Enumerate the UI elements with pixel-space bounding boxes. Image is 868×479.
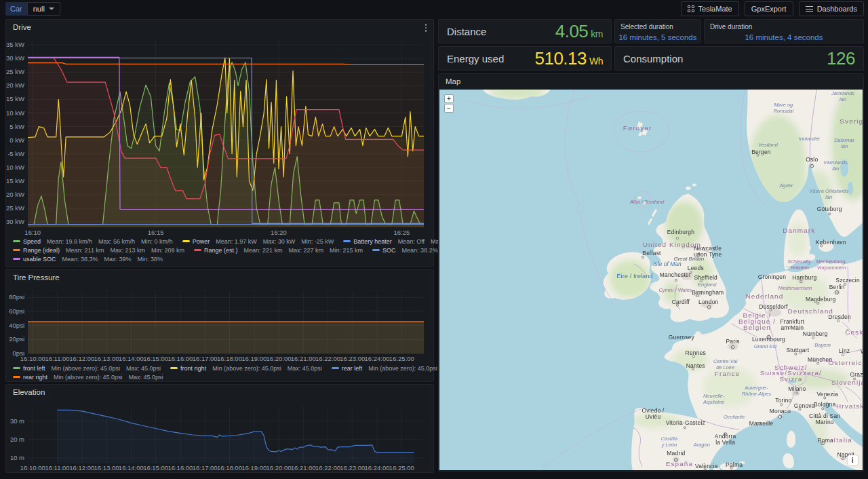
x-axis-tick-label: 16:21:00 <box>291 464 316 472</box>
tire-pressure-chart[interactable]: 0psi20psi40psi60psi80psi16:10:0016:11:00… <box>6 285 435 366</box>
panel-distance: Distance 4.05km <box>438 19 612 43</box>
legend-item-front-right[interactable]: front rightMin (above zero): 45.0psiMax:… <box>170 365 322 372</box>
map-label-frankfurt: Frankfurtam Main <box>780 318 804 331</box>
y-axis-tick-label: -10 kW <box>6 164 24 171</box>
variable-car: Car null <box>5 2 60 16</box>
y-axis-tick-label: -15 kW <box>6 177 24 185</box>
gpxexport-button-label: GpxExport <box>751 5 787 13</box>
series-fill-elevation <box>58 410 414 463</box>
map-label--esko: Česko <box>845 328 863 336</box>
apps-icon <box>688 5 694 12</box>
x-axis-tick-label: 16:24:00 <box>365 464 390 472</box>
energy-used-unit: Wh <box>589 56 603 66</box>
panel-menu-icon[interactable] <box>422 23 429 33</box>
map-label-united-kingdom: United Kingdom <box>643 241 701 248</box>
legend-item-usable-soc[interactable]: usable SOCMean: 38.3%Max: 39%Min: 38% <box>13 256 163 263</box>
x-axis-tick-label: 16:16:00 <box>167 464 193 472</box>
x-axis-tick-label: 16:17:00 <box>193 464 218 472</box>
map-zoom-in-button[interactable]: + <box>444 94 454 103</box>
x-axis-tick-label: 16:20:00 <box>266 464 291 472</box>
map-label-cardiff: Cardiff <box>672 299 690 305</box>
map-label-belfast: Belfast <box>642 250 661 256</box>
panel-drive-duration: Drive duration 16 minutes, 4 seconds <box>704 19 864 43</box>
legend-item-range-ideal-[interactable]: Range (ideal)Mean: 211 kmMax: 213 kmMin:… <box>13 247 184 254</box>
map-label-london: London <box>698 299 719 305</box>
panel-tire-pressure: Tire Pressure 0psi20psi40psi60psi80psi16… <box>5 269 434 382</box>
map-label-birmingham: Birmingham <box>692 289 724 296</box>
legend-item-speed[interactable]: SpeedMean: 19.8 km/hMax: 56 km/hMin: 0 k… <box>13 238 173 245</box>
map-label-slovenija: Slovenija <box>831 379 863 386</box>
y-axis-tick-label: 60psi <box>9 307 24 315</box>
map-label--sterreich: Österreich <box>829 359 863 366</box>
x-axis-tick-label: 16:15:00 <box>143 464 168 472</box>
y-axis-tick-label: 40psi <box>9 322 24 329</box>
x-axis-tick-label: 16:12:00 <box>69 464 94 472</box>
legend-item-range-est-[interactable]: Range (est.)Mean: 221 kmMax: 227 kmMin: … <box>194 247 363 254</box>
map-label-niedersachsen: Niedersachsen <box>778 285 812 291</box>
map-label-f-royar: Føroyar <box>623 124 652 132</box>
map-label-szczecin: Szczecin <box>835 277 860 284</box>
x-axis-tick-label: 16:10:00 <box>20 464 45 472</box>
dashboards-button[interactable]: Dashboards <box>799 1 864 16</box>
x-axis-tick-label: 16:16:00 <box>167 355 193 362</box>
dashboards-button-label: Dashboards <box>817 5 857 13</box>
map-label-vestland: Vestland <box>758 142 778 148</box>
consumption-value: 126 <box>827 48 855 69</box>
map-label-deutschland: Deutschland <box>788 307 833 315</box>
legend-series-color <box>182 240 190 242</box>
gpxexport-button[interactable]: GpxExport <box>745 1 793 16</box>
legend-series-stat: Mean: 221 km <box>244 247 283 254</box>
legend-series-name: Speed <box>23 238 41 245</box>
map-city-dot <box>732 347 734 348</box>
top-nav: Car null TeslaMate GpxExport Dashboards <box>0 0 868 18</box>
legend-series-stat: Min (above zero): 45.0psi <box>52 365 121 372</box>
map-zoom-out-button[interactable]: − <box>444 104 454 113</box>
legend-item-rear-right[interactable]: rear rightMin (above zero): 45.0psiMax: … <box>13 374 163 381</box>
drive-chart[interactable]: 35 kW30 kW25 kW20 kW15 kW10 kW5 kW0 kW-5… <box>6 35 435 240</box>
y-axis-tick-label: -30 kW <box>6 218 24 225</box>
map-label-nouvelle-: Nouvelle-Aquitaine <box>703 393 725 405</box>
x-axis-tick-label: 16:15 <box>148 229 164 236</box>
panel-drive: Drive 35 kW30 kW25 kW20 kW15 kW10 kW5 kW… <box>5 19 434 267</box>
selected-duration-value: 16 minutes, 5 seconds <box>615 33 701 41</box>
selected-duration-label: Selected duration <box>620 23 673 31</box>
y-axis-tick-label: 5 kW <box>9 123 24 130</box>
map-label-genova: Genova <box>794 402 815 409</box>
x-axis-tick-label: 16:23:00 <box>340 355 365 362</box>
distance-value: 4.05km <box>555 21 603 42</box>
legend-series-name: SOC <box>382 247 396 254</box>
legend-series-name: Battery heater <box>353 238 392 245</box>
y-axis-tick-label: 0 kW <box>9 136 24 144</box>
drive-chart-svg[interactable]: 35 kW30 kW25 kW20 kW15 kW10 kW5 kW0 kW-5… <box>6 35 435 237</box>
map-canvas[interactable]: FøroyarAlba / ScotlandEdinburghUnited Ki… <box>439 90 863 470</box>
elevation-chart[interactable]: 10 m20 m30 m16:10:0016:11:0016:12:0016:1… <box>6 400 435 474</box>
legend-series-color <box>343 240 351 242</box>
teslamate-button[interactable]: TeslaMate <box>681 1 739 16</box>
map-svg[interactable]: FøroyarAlba / ScotlandEdinburghUnited Ki… <box>439 90 863 470</box>
legend-series-stat: Max: 45.0psi <box>126 365 161 372</box>
map-city-dot <box>675 279 677 281</box>
map-label-d-sseldorf: Düsseldorf <box>759 303 788 310</box>
map-label-arag-n: Aragón <box>693 442 710 448</box>
legend-series-stat: Mean: 1.97 kW <box>216 238 257 245</box>
x-axis-tick-label: 16:23:00 <box>340 464 365 472</box>
legend-series-stat: Min: 215 km <box>330 247 363 254</box>
map-label-stuttgart: Stuttgart <box>786 347 809 353</box>
map-label-belgie-: Belgie /Belgique /Belgien <box>738 311 776 331</box>
map-attribution-button[interactable]: i <box>848 455 858 465</box>
x-axis-tick-label: 16:18:00 <box>217 355 242 362</box>
legend-item-front-left[interactable]: front leftMin (above zero): 45.0psiMax: … <box>13 365 161 372</box>
legend-item-power[interactable]: PowerMean: 1.97 kWMax: 30 kWMin: -25 kW <box>182 238 334 245</box>
elevation-chart-svg[interactable]: 10 m20 m30 m16:10:0016:11:0016:12:0016:1… <box>6 400 435 472</box>
map-label-centre-val: Centre-Valde Loire <box>713 358 738 370</box>
map-label-guernsey: Guernsey <box>669 334 695 341</box>
legend-series-stat: Max: 227 km <box>289 247 324 254</box>
map-label-auvergne-: Auvergne-Rhône-Alpes <box>742 385 771 397</box>
map-city-dot <box>709 307 710 308</box>
map-label-bergen: Bergen <box>751 149 771 155</box>
variable-value-dropdown[interactable]: null <box>27 2 60 16</box>
map-label-groningen: Groningen <box>758 273 786 280</box>
tire-chart-svg[interactable]: 0psi20psi40psi60psi80psi16:10:0016:11:00… <box>6 285 435 364</box>
legend-series-stat: Min: 0 km/h <box>141 238 173 245</box>
legend-series-name: rear left <box>342 365 363 372</box>
